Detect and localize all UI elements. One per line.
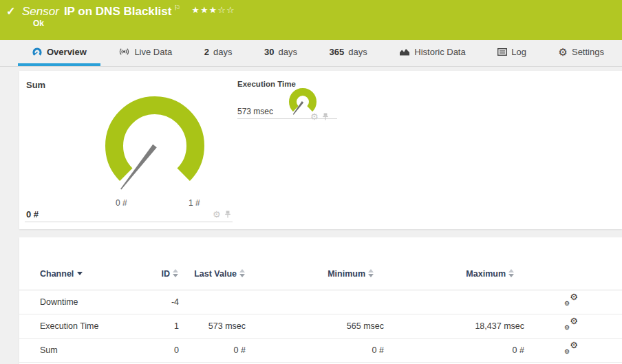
sum-current-value: 0 # bbox=[26, 209, 39, 220]
status-ok-check-icon: ✓ bbox=[6, 5, 15, 18]
log-list-icon bbox=[497, 48, 507, 56]
column-label: Minimum bbox=[328, 269, 365, 279]
channel-last-value: 573 msec bbox=[179, 314, 246, 338]
priority-stars[interactable]: ★★★☆☆ bbox=[191, 5, 235, 15]
sort-desc-icon bbox=[77, 272, 83, 275]
flag-icon[interactable]: ⚐ bbox=[173, 3, 180, 12]
tab-historic-data[interactable]: Historic Data bbox=[385, 40, 479, 66]
table-row-downtime[interactable]: Downtime -4 ⚙⚙ bbox=[19, 290, 622, 314]
column-label: Maximum bbox=[466, 269, 506, 279]
column-header-maximum[interactable]: Maximum bbox=[384, 258, 524, 290]
tab-365-days[interactable]: 365 days bbox=[316, 40, 381, 66]
gauges-panel: Sum 0 # 1 # 0 # ⚙ Execution Time 573 mse… bbox=[19, 71, 622, 229]
tab-overview[interactable]: Overview bbox=[18, 40, 100, 66]
table-header-row: Channel ID Last Value Minimum Maximum bbox=[19, 258, 622, 290]
channel-table: Channel ID Last Value Minimum Maximum bbox=[19, 258, 622, 363]
gauge-icon bbox=[32, 47, 43, 56]
channel-id: 1 bbox=[150, 314, 179, 338]
column-header-channel[interactable]: Channel bbox=[19, 258, 150, 290]
divider bbox=[25, 222, 233, 222]
column-label: Channel bbox=[40, 269, 74, 279]
channel-settings-icon[interactable]: ⚙⚙ bbox=[564, 343, 578, 355]
tab-label: days bbox=[279, 47, 297, 57]
channel-id: 0 bbox=[150, 338, 179, 362]
tab-label: Live Data bbox=[134, 47, 172, 57]
table-row-sum[interactable]: Sum 0 0 # 0 # 0 # ⚙⚙ bbox=[19, 338, 622, 362]
sort-icon bbox=[239, 269, 246, 277]
tab-label: Log bbox=[511, 47, 526, 57]
tab-label: days bbox=[348, 47, 367, 57]
channel-minimum: 565 msec bbox=[246, 314, 384, 338]
channel-name[interactable]: Execution Time bbox=[19, 314, 150, 338]
tab-2-days[interactable]: 2 days bbox=[191, 40, 246, 66]
tab-label: days bbox=[213, 47, 232, 57]
column-label: Last Value bbox=[194, 269, 237, 279]
tab-number: 30 bbox=[264, 47, 274, 57]
execution-time-widget-actions: ⚙ bbox=[310, 112, 329, 121]
tab-number: 2 bbox=[204, 47, 209, 57]
sensor-header: ✓ SensorIP on DNS Blacklist⚐★★★☆☆ Ok bbox=[0, 0, 622, 40]
stars-empty: ☆☆ bbox=[217, 5, 235, 15]
column-header-last-value[interactable]: Last Value bbox=[179, 258, 246, 290]
sensor-status-text: Ok bbox=[33, 19, 44, 28]
gear-icon: ⚙ bbox=[559, 47, 568, 57]
tab-label: Historic Data bbox=[414, 47, 465, 57]
sum-gauge-title: Sum bbox=[26, 80, 45, 90]
sum-gauge bbox=[105, 92, 208, 195]
tab-settings[interactable]: ⚙ Settings bbox=[545, 40, 618, 66]
tab-live-data[interactable]: Live Data bbox=[105, 40, 186, 66]
sort-icon bbox=[368, 269, 374, 277]
tab-log[interactable]: Log bbox=[484, 40, 540, 66]
channel-settings-icon[interactable]: ⚙⚙ bbox=[564, 319, 578, 331]
column-label: ID bbox=[162, 269, 171, 279]
channel-name[interactable]: Downtime bbox=[19, 290, 150, 314]
sum-widget-actions: ⚙ bbox=[213, 210, 231, 219]
channel-name[interactable]: Sum bbox=[19, 338, 150, 362]
channel-maximum bbox=[384, 290, 524, 314]
tab-30-days[interactable]: 30 days bbox=[250, 40, 311, 66]
channel-maximum: 18,437 msec bbox=[384, 314, 524, 338]
sensor-title: IP on DNS Blacklist bbox=[64, 5, 172, 18]
pin-icon[interactable] bbox=[322, 113, 329, 120]
stars-filled: ★★★ bbox=[191, 5, 217, 15]
sort-icon bbox=[173, 269, 179, 277]
sort-icon bbox=[508, 269, 515, 277]
channel-settings-icon[interactable]: ⚙⚙ bbox=[564, 295, 578, 307]
column-header-id[interactable]: ID bbox=[150, 258, 179, 290]
area-chart-icon bbox=[399, 47, 410, 56]
pin-icon[interactable] bbox=[224, 211, 231, 218]
object-type-label: Sensor bbox=[22, 5, 59, 18]
channel-minimum: 0 # bbox=[246, 338, 384, 362]
sum-gauge-max-label: 1 # bbox=[189, 198, 200, 208]
tab-bar: Overview Live Data 2 days 30 days 365 da… bbox=[0, 40, 622, 67]
gear-icon[interactable]: ⚙ bbox=[310, 112, 319, 121]
gear-icon[interactable]: ⚙ bbox=[213, 210, 221, 219]
channel-last-value bbox=[179, 290, 246, 314]
tab-label: Settings bbox=[572, 47, 604, 57]
column-header-actions bbox=[524, 258, 622, 290]
table-row-execution-time[interactable]: Execution Time 1 573 msec 565 msec 18,43… bbox=[19, 314, 622, 338]
channel-last-value: 0 # bbox=[179, 338, 246, 362]
sum-gauge-min-label: 0 # bbox=[116, 198, 127, 208]
channel-id: -4 bbox=[150, 290, 179, 314]
channel-minimum bbox=[246, 290, 384, 314]
live-signal-icon bbox=[118, 47, 130, 56]
channels-panel: Channel ID Last Value Minimum Maximum bbox=[19, 237, 622, 364]
channel-maximum: 0 # bbox=[384, 338, 524, 362]
tab-number: 365 bbox=[330, 47, 345, 57]
tab-label: Overview bbox=[47, 47, 87, 57]
execution-time-current-value: 573 msec bbox=[237, 107, 273, 116]
column-header-minimum[interactable]: Minimum bbox=[246, 258, 384, 290]
